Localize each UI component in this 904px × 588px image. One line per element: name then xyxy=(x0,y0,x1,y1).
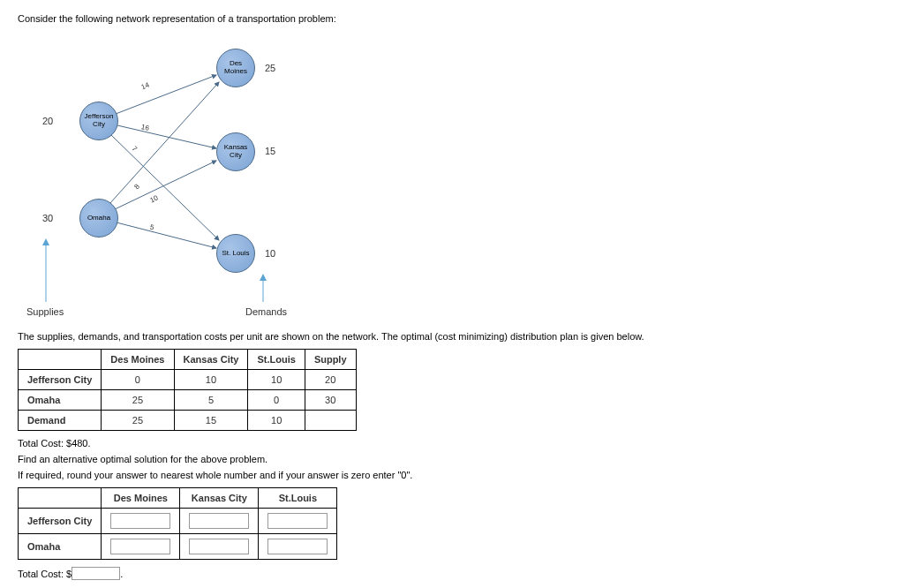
total-cost-input[interactable] xyxy=(72,567,120,580)
t1-r0-label: Jefferson City xyxy=(19,370,102,390)
table-row: Omaha 25 5 0 30 xyxy=(19,390,357,411)
t1-r2-c3: 10 xyxy=(248,411,305,431)
t1-r1-c4: 30 xyxy=(305,390,356,411)
t1-r0-c4: 20 xyxy=(305,370,356,390)
t1-r0-c1: 0 xyxy=(102,370,174,390)
svg-line-5 xyxy=(117,222,216,248)
node-desmoines: Des Moines xyxy=(216,49,255,87)
om-dm-input[interactable] xyxy=(110,539,170,554)
t2-h1: Des Moines xyxy=(102,488,180,509)
supplies-label: Supplies xyxy=(26,306,64,317)
t1-r2-c1: 25 xyxy=(102,411,174,431)
demand-desmoines: 25 xyxy=(265,63,275,73)
answer-table: Des Moines Kansas City St.Louis Jefferso… xyxy=(18,487,337,560)
total-cost-answer-row: Total Cost: $. xyxy=(18,567,886,580)
t2-h0 xyxy=(19,488,102,509)
supply-omaha: 30 xyxy=(42,213,53,223)
edge-label-jc-kc: 16 xyxy=(140,123,150,132)
period: . xyxy=(120,569,123,579)
t1-r1-c2: 5 xyxy=(174,390,248,411)
jc-sl-input[interactable] xyxy=(267,513,328,529)
node-omaha: Omaha xyxy=(79,199,118,237)
svg-line-4 xyxy=(115,161,216,209)
svg-line-2 xyxy=(111,135,219,240)
instruction-2: If required, round your answer to neares… xyxy=(18,470,886,480)
edge-label-jc-dm: 14 xyxy=(140,81,151,92)
t1-h4: Supply xyxy=(305,350,356,370)
t1-r1-c3: 0 xyxy=(248,390,305,411)
t1-r1-c1: 25 xyxy=(102,390,174,411)
svg-line-3 xyxy=(109,82,219,204)
t1-r2-c4 xyxy=(305,411,356,431)
t1-r1-label: Omaha xyxy=(19,390,102,411)
total-cost-given: Total Cost: $480. xyxy=(18,438,886,449)
intro-text: Consider the following network represent… xyxy=(18,13,886,24)
t1-r0-c3: 10 xyxy=(248,370,305,390)
svg-line-0 xyxy=(116,75,216,114)
node-jefferson: Jefferson City xyxy=(79,102,118,140)
t1-r2-c2: 15 xyxy=(174,411,248,431)
t1-r2-label: Demand xyxy=(19,411,102,431)
t1-r0-c2: 10 xyxy=(174,370,248,390)
total-cost-label: Total Cost: $ xyxy=(18,569,72,579)
solution-table: Des Moines Kansas City St.Louis Supply J… xyxy=(18,349,357,431)
edge-label-om-kc: 10 xyxy=(149,194,160,205)
t1-h3: St.Louis xyxy=(248,350,305,370)
demands-label: Demands xyxy=(245,306,287,317)
svg-line-1 xyxy=(117,125,216,148)
om-sl-input[interactable] xyxy=(267,539,328,554)
table-row: Jefferson City 0 10 10 20 xyxy=(19,370,357,390)
t2-r0-label: Jefferson City xyxy=(19,509,102,534)
node-stlouis: St. Louis xyxy=(216,234,255,273)
supply-jefferson: 20 xyxy=(42,116,53,126)
demand-stlouis: 10 xyxy=(265,248,275,259)
network-diagram: Jefferson City Omaha Des Moines Kansas C… xyxy=(18,33,406,324)
jc-kc-input[interactable] xyxy=(189,513,249,529)
jc-dm-input[interactable] xyxy=(110,513,170,529)
diagram-edges xyxy=(18,33,406,324)
t1-h0 xyxy=(19,350,102,370)
demand-kansas: 15 xyxy=(265,146,275,156)
t1-h1: Des Moines xyxy=(102,350,174,370)
description-text: The supplies, demands, and transportatio… xyxy=(18,331,886,342)
node-kansas: Kansas City xyxy=(216,132,255,171)
table-row: Jefferson City xyxy=(19,509,337,534)
instruction-1: Find an alternative optimal solution for… xyxy=(18,454,886,464)
table-row: Demand 25 15 10 xyxy=(19,411,357,431)
t2-h2: Kansas City xyxy=(180,488,259,509)
table-row: Omaha xyxy=(19,534,337,560)
om-kc-input[interactable] xyxy=(189,539,249,554)
t1-h2: Kansas City xyxy=(174,350,248,370)
edge-label-om-dm: 8 xyxy=(132,183,141,191)
t2-r1-label: Omaha xyxy=(19,534,102,560)
edge-label-om-sl: 5 xyxy=(149,223,154,232)
edge-label-jc-sl: 7 xyxy=(130,145,139,154)
t2-h3: St.Louis xyxy=(259,488,337,509)
